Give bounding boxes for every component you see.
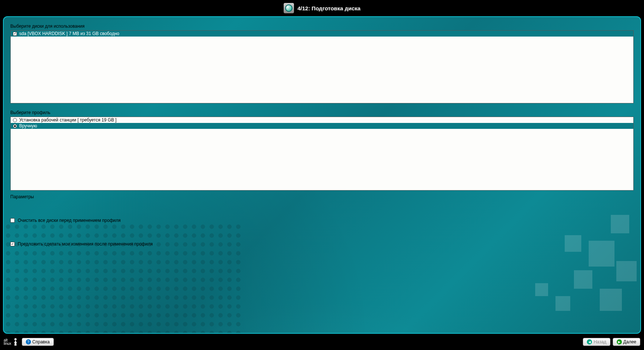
- profile-label: Установка рабочей станции [ требуется 19…: [19, 117, 117, 123]
- profiles-section-label: Выберите профиль: [10, 110, 634, 115]
- profile-radio[interactable]: [13, 118, 17, 122]
- installer-header: 4/12: Подготовка диска: [0, 0, 644, 16]
- disks-section-label: Выберите диски для использования: [10, 24, 634, 29]
- params-section-label: Параметры: [10, 194, 634, 199]
- profile-row-manual[interactable]: Вручную: [11, 123, 633, 129]
- suggest-changes-label: Предложить сделать мои изменения после п…: [18, 241, 153, 247]
- help-button-label: Справка: [32, 339, 50, 344]
- clear-disks-option[interactable]: Очистить все диски перед применением про…: [10, 218, 634, 223]
- next-button[interactable]: ► Далее: [613, 338, 640, 346]
- arrow-left-icon: ◄: [587, 339, 592, 344]
- suggest-changes-checkbox[interactable]: [10, 242, 15, 246]
- arrow-right-icon: ►: [617, 339, 622, 344]
- next-button-label: Далее: [623, 339, 636, 344]
- logo-bottom: linux: [4, 342, 11, 345]
- disk-icon: [284, 3, 294, 13]
- disks-listbox[interactable]: sda [VBOX HARDDISK ] 7 MB из 31 GB свобо…: [10, 30, 634, 103]
- clear-disks-checkbox[interactable]: [10, 218, 15, 223]
- back-button-label: Назад: [593, 339, 606, 344]
- suggest-changes-option[interactable]: Предложить сделать мои изменения после п…: [10, 241, 634, 247]
- logo-figure-icon: [12, 338, 19, 346]
- profile-radio[interactable]: [13, 124, 17, 128]
- svg-point-0: [14, 338, 17, 340]
- profiles-listbox[interactable]: Установка рабочей станции [ требуется 19…: [10, 117, 634, 191]
- step-title: 4/12: Подготовка диска: [298, 5, 361, 11]
- disk-row[interactable]: sda [VBOX HARDDISK ] 7 MB из 31 GB свобо…: [11, 31, 633, 37]
- params-section: Параметры Очистить все диски перед приме…: [10, 194, 634, 247]
- main-panel: Выберите диски для использования sda [VB…: [3, 16, 641, 334]
- back-button[interactable]: ◄ Назад: [583, 338, 610, 346]
- disk-label: sda [VBOX HARDDISK ] 7 MB из 31 GB свобо…: [19, 31, 119, 36]
- footer: alt linux ? Справка ◄ Назад ► Далее: [0, 334, 644, 350]
- profile-row-workstation[interactable]: Установка рабочей станции [ требуется 19…: [11, 117, 633, 123]
- alt-linux-logo: alt linux: [4, 338, 19, 346]
- help-button[interactable]: ? Справка: [22, 338, 54, 346]
- disk-checkbox[interactable]: [13, 32, 17, 36]
- clear-disks-label: Очистить все диски перед применением про…: [18, 218, 121, 223]
- profile-label: Вручную: [19, 123, 37, 128]
- help-icon: ?: [26, 339, 31, 344]
